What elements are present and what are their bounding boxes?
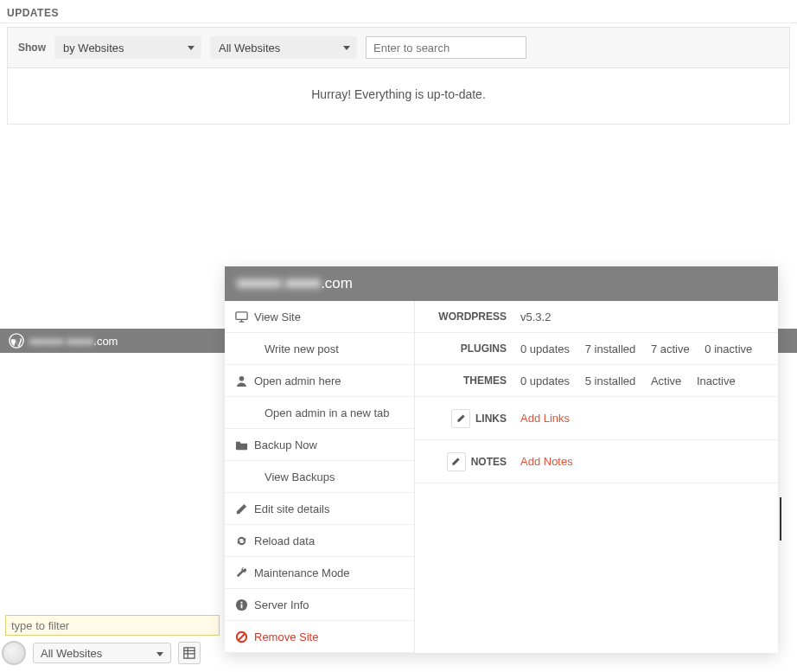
avatar-icon xyxy=(2,641,26,665)
action-open-admin-tab[interactable]: Open admin in a new tab xyxy=(225,397,414,429)
show-label: Show xyxy=(18,42,46,54)
popup-details: WORDPRESS v5.3.2 PLUGINS 0 updates 7 ins… xyxy=(415,301,778,653)
action-edit-site-label: Edit site details xyxy=(254,502,329,515)
add-links-link[interactable]: Add Links xyxy=(520,412,570,425)
edit-links-button[interactable] xyxy=(451,409,470,428)
action-open-admin-tab-label: Open admin in a new tab xyxy=(265,406,390,419)
action-server-info[interactable]: Server Info xyxy=(225,589,414,621)
action-maintenance[interactable]: Maintenance Mode xyxy=(225,557,414,589)
detail-themes: THEMES 0 updates 5 installed Active Inac… xyxy=(415,365,778,397)
popup-title-suffix: .com xyxy=(321,275,353,291)
filter-by-value: by Websites xyxy=(63,42,124,54)
action-open-admin[interactable]: Open admin here xyxy=(225,365,414,397)
svg-rect-9 xyxy=(241,601,243,603)
pencil-icon xyxy=(235,502,254,515)
svg-rect-8 xyxy=(241,604,243,608)
edit-notes-button[interactable] xyxy=(447,452,466,471)
popup-header: ■■■■■ ■■■■.com xyxy=(225,266,778,301)
filter-by-dropdown[interactable]: by Websites xyxy=(54,36,201,59)
updates-empty-state: Hurray! Everything is up-to-date. xyxy=(7,68,790,125)
refresh-icon xyxy=(235,534,254,547)
info-icon xyxy=(235,598,254,611)
action-remove-site[interactable]: Remove Site xyxy=(225,621,414,653)
detail-themes-label: THEMES xyxy=(424,374,515,387)
action-server-info-label: Server Info xyxy=(254,598,309,611)
detail-wordpress-label: WORDPRESS xyxy=(424,310,515,323)
action-reload[interactable]: Reload data xyxy=(225,525,414,557)
site-domain-suffix: .com xyxy=(93,335,118,348)
add-notes-link[interactable]: Add Notes xyxy=(520,455,573,468)
bottom-websites-value: All Websites xyxy=(41,647,102,660)
detail-plugins: PLUGINS 0 updates 7 installed 7 active 0… xyxy=(415,333,778,365)
updates-filter-bar: Show by Websites All Websites xyxy=(7,27,790,68)
scrollbar-indicator[interactable] xyxy=(780,497,781,541)
site-details-popup: ■■■■■ ■■■■.com View Site Write new post … xyxy=(225,266,778,653)
action-view-site-label: View Site xyxy=(254,310,301,323)
action-write-post-label: Write new post xyxy=(265,342,339,355)
action-reload-label: Reload data xyxy=(254,534,315,547)
monitor-icon xyxy=(235,310,254,323)
detail-notes: NOTES Add Notes xyxy=(415,440,778,483)
detail-wordpress: WORDPRESS v5.3.2 xyxy=(415,301,778,333)
svg-line-11 xyxy=(239,633,245,640)
themes-inactive[interactable]: Inactive xyxy=(697,374,736,387)
sites-filter-input[interactable] xyxy=(5,615,220,636)
action-remove-site-label: Remove Site xyxy=(254,630,318,643)
action-maintenance-label: Maintenance Mode xyxy=(254,566,350,579)
plugins-inactive[interactable]: 0 inactive xyxy=(705,342,752,355)
user-icon xyxy=(235,374,254,387)
action-view-site[interactable]: View Site xyxy=(225,301,414,333)
detail-links-label: LINKS xyxy=(475,413,507,425)
detail-plugins-label: PLUGINS xyxy=(424,342,515,355)
popup-actions-list: View Site Write new post Open admin here… xyxy=(225,301,415,653)
action-view-backups[interactable]: View Backups xyxy=(225,461,414,493)
detail-notes-label: NOTES xyxy=(471,456,507,468)
detail-links: LINKS Add Links xyxy=(415,397,778,440)
ban-icon xyxy=(235,630,254,643)
bottom-websites-dropdown[interactable]: All Websites xyxy=(33,643,171,663)
filter-websites-dropdown[interactable]: All Websites xyxy=(210,36,357,59)
updates-heading: UPDATES xyxy=(0,0,797,23)
action-open-admin-label: Open admin here xyxy=(254,374,341,387)
site-name-masked: ■■■■■ ■■■■ xyxy=(29,335,93,348)
filter-websites-value: All Websites xyxy=(219,42,280,54)
action-write-post[interactable]: Write new post xyxy=(225,333,414,365)
svg-rect-5 xyxy=(236,311,247,318)
action-view-backups-label: View Backups xyxy=(265,470,335,483)
folder-icon xyxy=(235,438,254,451)
detail-plugins-value: 0 updates 7 installed 7 active 0 inactiv… xyxy=(515,342,769,355)
action-backup-now-label: Backup Now xyxy=(254,438,317,451)
wrench-icon xyxy=(235,566,254,579)
action-backup-now[interactable]: Backup Now xyxy=(225,429,414,461)
plugins-updates[interactable]: 0 updates xyxy=(520,342,570,355)
plugins-installed[interactable]: 7 installed xyxy=(585,342,636,355)
svg-point-6 xyxy=(239,375,245,381)
wordpress-logo-icon xyxy=(9,333,24,349)
detail-wordpress-value: v5.3.2 xyxy=(515,310,769,323)
popup-title-masked: ■■■■■ ■■■■ xyxy=(237,275,321,292)
themes-active[interactable]: Active xyxy=(651,374,681,387)
grid-view-button[interactable] xyxy=(178,642,201,664)
themes-installed[interactable]: 5 installed xyxy=(585,374,636,387)
svg-rect-1 xyxy=(184,648,194,658)
action-edit-site[interactable]: Edit site details xyxy=(225,493,414,525)
plugins-active[interactable]: 7 active xyxy=(651,342,690,355)
detail-themes-value: 0 updates 5 installed Active Inactive xyxy=(515,374,769,387)
search-input[interactable] xyxy=(366,36,526,59)
themes-updates[interactable]: 0 updates xyxy=(520,374,570,387)
